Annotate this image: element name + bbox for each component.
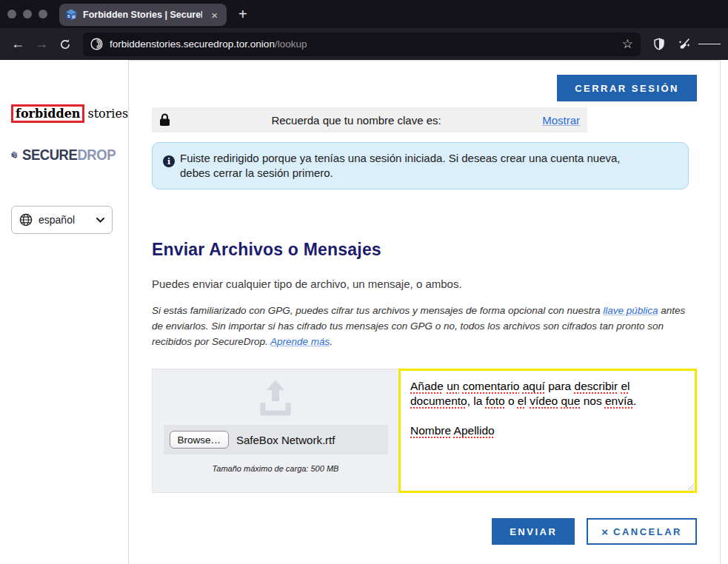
bookmark-star-icon[interactable]: ☆ bbox=[622, 36, 633, 52]
learn-more-link[interactable]: Aprende más bbox=[270, 336, 330, 347]
codename-banner: Recuerda que tu nombre clave es: Mostrar bbox=[152, 107, 587, 132]
comment-word: el bbox=[518, 395, 527, 407]
alert-text: Fuiste redirigido porque ya tenías una s… bbox=[180, 151, 676, 181]
reload-button[interactable] bbox=[55, 34, 76, 55]
gpg-paragraph: Si estás familiarizado con GPG, puedes c… bbox=[152, 303, 697, 349]
navigation-toolbar: ← → forbiddenstories.securedrop.tor.onio… bbox=[0, 28, 728, 60]
shield-icon bbox=[653, 38, 665, 50]
page-subtitle: Puedes enviar cualquier tipo de archivo,… bbox=[152, 278, 697, 290]
securedrop-cube-icon: S D bbox=[11, 142, 18, 167]
zoom-window-button[interactable] bbox=[39, 10, 47, 19]
tab-title: Forbidden Stories | SecureDrop bbox=[83, 10, 202, 20]
comment-word: aquí bbox=[523, 380, 545, 392]
tab-close-icon[interactable]: × bbox=[208, 8, 221, 22]
onion-site-icon bbox=[90, 38, 103, 50]
securedrop-wordmark: SECUREDROP bbox=[22, 146, 116, 164]
shield-button[interactable] bbox=[648, 34, 670, 55]
cancel-x-icon: × bbox=[601, 526, 608, 538]
comment-word: , bbox=[467, 395, 470, 407]
new-tab-button[interactable]: + bbox=[227, 6, 259, 23]
comment-word: describir bbox=[575, 380, 618, 392]
attachment-dropzone[interactable]: Browse… SafeBox Network.rtf Tamaño máxim… bbox=[152, 369, 398, 493]
tab-forbidden-stories[interactable]: S D Forbidden Stories | SecureDrop × bbox=[59, 4, 227, 26]
broom-icon bbox=[678, 38, 691, 50]
tab-bar: S D Forbidden Stories | SecureDrop × + bbox=[0, 0, 728, 28]
cancel-button[interactable]: × CANCELAR bbox=[587, 518, 697, 545]
language-select[interactable]: español bbox=[11, 206, 113, 234]
file-input[interactable]: Browse… SafeBox Network.rtf bbox=[164, 425, 388, 454]
comment-word: o bbox=[508, 395, 515, 407]
selected-filename: SafeBox Network.rtf bbox=[236, 434, 335, 446]
menu-button[interactable] bbox=[698, 34, 721, 55]
info-icon: i bbox=[163, 155, 175, 167]
main-panel: CERRAR SESIÓN Recuerda que tu nombre cla… bbox=[128, 60, 721, 564]
language-label: español bbox=[39, 214, 90, 226]
cancel-label: CANCELAR bbox=[613, 526, 682, 537]
upload-icon bbox=[257, 379, 294, 417]
comment-word: la bbox=[473, 395, 482, 407]
comment-word: Añade bbox=[410, 380, 444, 392]
forward-button: → bbox=[31, 34, 52, 55]
comment-word: Nombre bbox=[410, 424, 451, 437]
securedrop-logo: S D SECUREDROP bbox=[11, 142, 128, 167]
public-key-link[interactable]: llave pública bbox=[603, 305, 658, 316]
securedrop-favicon-icon: S D bbox=[65, 9, 77, 21]
comment-word: que bbox=[561, 395, 580, 407]
forbidden-logo-boxed: forbidden bbox=[11, 104, 84, 123]
comment-word: un bbox=[447, 380, 459, 392]
forbidden-stories-logo: forbidden stories bbox=[11, 104, 128, 123]
url-bar[interactable]: forbiddenstories.securedrop.tor.onion/lo… bbox=[83, 33, 641, 56]
traffic-lights bbox=[0, 10, 59, 19]
comment-word: Apellido bbox=[454, 424, 495, 437]
minimize-window-button[interactable] bbox=[23, 10, 32, 19]
show-codename-link[interactable]: Mostrar bbox=[542, 114, 580, 127]
codename-text: Recuerda que tu nombre clave es: bbox=[170, 114, 542, 127]
svg-text:S: S bbox=[67, 14, 70, 19]
page-content: forbidden stories S D SECUREDROP bbox=[0, 60, 728, 564]
page-title: Enviar Archivos o Mensajes bbox=[152, 240, 697, 260]
comment-word: comentario bbox=[463, 380, 520, 392]
new-identity-button[interactable] bbox=[673, 34, 695, 55]
comment-word: para bbox=[548, 380, 571, 392]
sidebar: forbidden stories S D SECUREDROP bbox=[0, 60, 128, 564]
comment-word: el bbox=[621, 380, 630, 392]
browse-button[interactable]: Browse… bbox=[170, 431, 230, 449]
comment-word: . bbox=[633, 395, 636, 407]
session-alert: i Fuiste redirigido porque ya tenías una… bbox=[152, 142, 689, 189]
browser-window: S D Forbidden Stories | SecureDrop × + ←… bbox=[0, 0, 728, 564]
svg-text:D: D bbox=[15, 155, 16, 158]
submit-button[interactable]: ENVIAR bbox=[492, 518, 575, 545]
reload-icon bbox=[59, 38, 71, 50]
lock-icon bbox=[159, 113, 170, 127]
comment-word: documento bbox=[410, 395, 467, 407]
comment-word: vídeo bbox=[530, 395, 558, 407]
close-window-button[interactable] bbox=[7, 10, 16, 19]
chevron-down-icon bbox=[96, 218, 104, 223]
svg-text:D: D bbox=[73, 15, 76, 19]
comment-word: foto bbox=[486, 395, 505, 407]
logout-button[interactable]: CERRAR SESIÓN bbox=[557, 75, 697, 101]
back-button[interactable]: ← bbox=[7, 34, 28, 55]
url-text: forbiddenstories.securedrop.tor.onion/lo… bbox=[110, 38, 307, 50]
comment-textarea[interactable]: Añade un comentario aquí para describir … bbox=[398, 369, 697, 493]
forbidden-logo-rest: stories bbox=[87, 107, 128, 121]
comment-word: nos bbox=[584, 395, 602, 407]
max-size-note: Tamaño máximo de carga: 500 MB bbox=[213, 464, 339, 473]
comment-word: envía bbox=[605, 395, 633, 407]
globe-icon bbox=[19, 213, 33, 226]
